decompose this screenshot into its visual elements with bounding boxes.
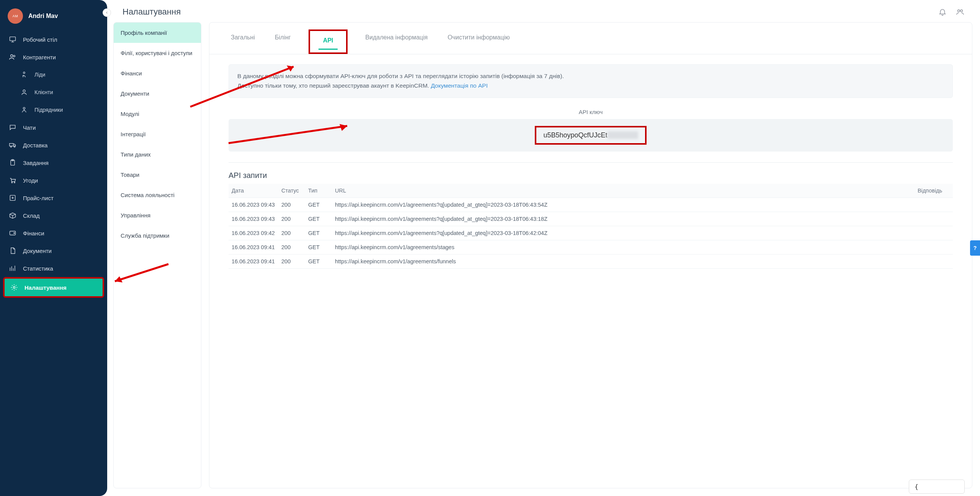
cell-url: https://api.keepincrm.com/v1/agreements/… — [332, 240, 915, 254]
main-area: Налаштування Профіль компанії Філії, кор… — [107, 0, 980, 496]
cell-url: https://api.keepincrm.com/v1/agreements?… — [332, 226, 915, 240]
table-row[interactable]: 16.06.2023 09:41200GEThttps://api.keepin… — [229, 254, 953, 268]
sidebar-item-label: Ліди — [34, 72, 45, 78]
sidebar-item-settings[interactable]: Налаштування — [3, 277, 104, 298]
table-row[interactable]: 16.06.2023 09:43200GEThttps://api.keepin… — [229, 212, 953, 226]
cell-status: 200 — [278, 212, 305, 226]
annotation-highlight-api-key: u5B5hoypoQcfUJcEt — [535, 126, 646, 145]
settings-subitem-documents[interactable]: Документи — [114, 83, 201, 104]
cell-type: GET — [305, 197, 332, 212]
settings-subitem-company-profile[interactable]: Профіль компанії — [114, 23, 201, 43]
sidebar-item-contractors[interactable]: Контрагенти — [3, 48, 104, 66]
cell-status: 200 — [278, 254, 305, 268]
sidebar-item-tasks[interactable]: Завдання — [3, 154, 104, 171]
user-icon — [20, 88, 28, 96]
sidebar-item-delivery[interactable]: Доставка — [3, 136, 104, 154]
api-key-hidden-part — [608, 131, 638, 139]
sidebar-item-pricelist[interactable]: Прайс-лист — [3, 189, 104, 207]
chat-icon — [8, 123, 17, 132]
sidebar-item-documents[interactable]: Документи — [3, 242, 104, 259]
tab-billing[interactable]: Білінг — [273, 31, 293, 54]
sidebar-item-label: Чати — [23, 124, 36, 131]
tab-api[interactable]: API — [321, 34, 336, 49]
cell-response — [915, 197, 953, 212]
settings-subitem-support[interactable]: Служба підтримки — [114, 225, 201, 246]
settings-subitem-loyalty[interactable]: Система лояльності — [114, 185, 201, 205]
box-icon — [8, 211, 17, 220]
cell-url: https://api.keepincrm.com/v1/agreements?… — [332, 197, 915, 212]
table-row[interactable]: 16.06.2023 09:41200GEThttps://api.keepin… — [229, 240, 953, 254]
settings-subitem-management[interactable]: Управління — [114, 205, 201, 225]
api-doc-link[interactable]: Документація по API — [431, 82, 488, 89]
settings-subitem-integrations[interactable]: Інтеграції — [114, 124, 201, 144]
settings-subitem-branches[interactable]: Філії, користувачі і доступи — [114, 43, 201, 63]
table-row[interactable]: 16.06.2023 09:43200GEThttps://api.keepin… — [229, 197, 953, 212]
col-date: Дата — [229, 184, 278, 198]
cell-type: GET — [305, 212, 332, 226]
user-name: Andri Mav — [28, 13, 58, 20]
clipboard-icon — [8, 158, 17, 167]
document-icon — [8, 246, 17, 255]
sidebar-item-leads[interactable]: Ліди — [3, 66, 104, 83]
cell-url: https://api.keepincrm.com/v1/agreements/… — [332, 254, 915, 268]
svg-point-18 — [13, 287, 15, 289]
cell-type: GET — [305, 226, 332, 240]
wallet-icon — [8, 229, 17, 237]
sidebar-item-subcontractors[interactable]: Підрядники — [3, 101, 104, 119]
sidebar-item-label: Доставка — [23, 142, 47, 148]
user-tie-icon — [20, 106, 28, 114]
api-key-field[interactable]: u5B5hoypoQcfUJcEt — [229, 119, 953, 152]
sidebar-item-chats[interactable]: Чати — [3, 119, 104, 136]
settings-subitem-goods[interactable]: Товари — [114, 165, 201, 185]
bell-icon[interactable] — [938, 7, 947, 16]
svg-point-17 — [14, 233, 15, 234]
cell-response — [915, 254, 953, 268]
info-line2-prefix: Доступно тільки тому, хто перший зареєст… — [237, 82, 431, 89]
help-button[interactable]: ? — [970, 240, 980, 256]
sidebar-collapse-button[interactable] — [103, 8, 111, 17]
sidebar-item-label: Прайс-лист — [23, 195, 54, 201]
settings-subitem-finances[interactable]: Фінанси — [114, 63, 201, 83]
svg-point-20 — [960, 10, 963, 12]
chart-icon — [8, 264, 17, 272]
cart-icon — [8, 176, 17, 184]
sidebar-item-statistics[interactable]: Статистика — [3, 259, 104, 277]
divider — [229, 162, 953, 163]
sidebar-item-desktop[interactable]: Робочий стіл — [3, 31, 104, 48]
bottom-code-chip: { — [909, 480, 965, 494]
table-row[interactable]: 16.06.2023 09:42200GEThttps://api.keepin… — [229, 226, 953, 240]
sidebar-item-label: Контрагенти — [23, 54, 56, 60]
tab-general[interactable]: Загальні — [229, 31, 257, 54]
tab-deleted-info[interactable]: Видалена інформація — [363, 31, 430, 54]
sidebar: AM Andri Mav Робочий стіл Контрагенти Лі… — [0, 0, 107, 496]
sidebar-item-clients[interactable]: Клієнти — [3, 83, 104, 101]
svg-point-6 — [23, 90, 25, 92]
api-key-section: API ключ u5B5hoypoQcfUJcEt — [229, 109, 953, 152]
group-icon[interactable] — [956, 7, 965, 16]
content-row: Профіль компанії Філії, користувачі і до… — [107, 22, 980, 496]
settings-subitem-modules[interactable]: Модулі — [114, 104, 201, 124]
cell-type: GET — [305, 254, 332, 268]
col-type: Тип — [305, 184, 332, 198]
sidebar-item-label: Документи — [23, 248, 52, 254]
col-status: Статус — [278, 184, 305, 198]
sidebar-item-deals[interactable]: Угоди — [3, 171, 104, 189]
cell-url: https://api.keepincrm.com/v1/agreements?… — [332, 212, 915, 226]
user-run-icon — [20, 70, 28, 79]
settings-subitem-data-types[interactable]: Типи даних — [114, 144, 201, 165]
sidebar-item-label: Клієнти — [34, 89, 53, 95]
truck-icon — [8, 141, 17, 149]
settings-panel: Загальні Білінг API Видалена інформація … — [209, 22, 972, 488]
tab-clear-info[interactable]: Очистити інформацію — [445, 31, 512, 54]
sidebar-item-finances[interactable]: Фінанси — [3, 224, 104, 242]
gear-icon — [10, 283, 18, 292]
cell-response — [915, 226, 953, 240]
page-title: Налаштування — [122, 7, 181, 17]
monitor-icon — [8, 35, 17, 44]
svg-rect-0 — [10, 37, 16, 41]
table-header-row: Дата Статус Тип URL Відповідь — [229, 184, 953, 198]
main-nav: Робочий стіл Контрагенти Ліди Клієнти Пі… — [0, 31, 107, 298]
api-key-label: API ключ — [229, 109, 953, 115]
user-profile[interactable]: AM Andri Mav — [0, 4, 107, 31]
sidebar-item-warehouse[interactable]: Склад — [3, 207, 104, 224]
